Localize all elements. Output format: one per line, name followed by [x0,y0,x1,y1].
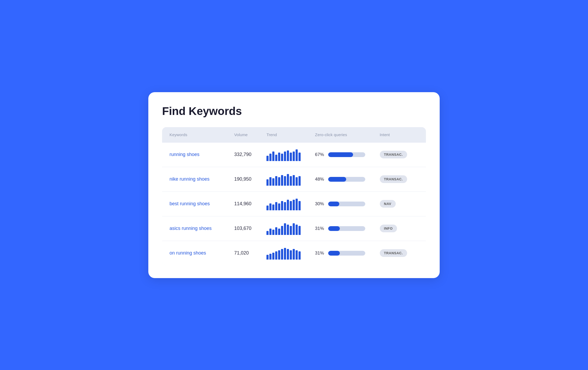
trend-bar [293,249,295,260]
table-row: asics running shoes103,67031%INFO [162,216,426,241]
progress-track [328,177,365,182]
trend-bar [266,206,269,210]
trend-bar [269,254,271,260]
volume-cell: 114,960 [234,201,266,207]
intent-badge: TRANSAC. [380,249,407,257]
trend-bar [287,225,289,235]
trend-bar [299,153,301,161]
trend-bar [266,156,269,161]
table-header: Keywords Volume Trend Zero-click queries… [162,127,426,142]
intent-cell: NAV [380,200,419,208]
zero-click-percent: 67% [315,152,326,157]
intent-cell: TRANSAC. [380,175,419,183]
trend-bar [287,249,289,260]
trend-bar [290,201,292,210]
trend-bar [281,249,283,260]
trend-bar [272,230,274,235]
header-zero-click: Zero-click queries [315,132,380,137]
table-body: running shoes332,79067%TRANSAC.nike runn… [162,142,426,265]
volume-cell: 71,020 [234,250,266,256]
table-row: best running shoes114,96030%NAV [162,192,426,216]
volume-cell: 103,670 [234,226,266,231]
progress-fill [328,152,353,157]
trend-cell [266,173,315,186]
trend-bar [287,174,289,186]
trend-bar [266,255,269,260]
trend-bar [266,179,269,186]
header-volume: Volume [234,132,266,137]
keyword-link[interactable]: best running shoes [170,201,210,206]
progress-track [328,226,365,231]
progress-track [328,202,365,206]
trend-bar [296,177,298,186]
trend-bar [275,202,277,210]
trend-bar [293,223,295,235]
zero-click-cell: 67% [315,152,380,157]
volume-cell: 332,790 [234,152,266,157]
trend-bar [272,253,274,260]
zero-click-cell: 31% [315,251,380,256]
zero-click-percent: 31% [315,226,326,231]
trend-bar [293,175,295,186]
trend-bar [278,153,280,161]
trend-bar [284,202,286,210]
trend-bar [299,251,301,260]
trend-bar [278,229,280,235]
keyword-link[interactable]: asics running shoes [170,226,212,231]
trend-bar [266,231,269,235]
trend-bar [275,176,277,186]
zero-click-cell: 30% [315,201,380,207]
intent-cell: TRANSAC. [380,151,419,158]
trend-bar [272,151,274,161]
trend-cell [266,198,315,210]
zero-click-percent: 31% [315,251,326,256]
trend-bar [287,200,289,210]
main-card: Find Keywords Keywords Volume Trend Zero… [148,92,440,278]
progress-fill [328,177,346,182]
trend-bar [299,176,301,186]
trend-bar [284,176,286,186]
trend-bar [296,250,298,260]
trend-bar [281,226,283,235]
trend-bar [290,176,292,186]
keyword-link[interactable]: nike running shoes [170,176,210,182]
header-intent: Intent [380,132,419,137]
intent-badge: NAV [380,200,396,208]
header-trend: Trend [266,132,315,137]
trend-bar [290,250,292,260]
table-row: on running shoes71,02031%TRANSAC. [162,241,426,265]
trend-bar [290,153,292,161]
trend-cell [266,222,315,235]
trend-bar [284,223,286,235]
trend-bar [281,201,283,210]
keyword-link[interactable]: on running shoes [170,250,206,256]
zero-click-percent: 30% [315,201,326,207]
trend-cell [266,148,315,161]
keyword-link[interactable]: running shoes [170,152,199,157]
intent-cell: INFO [380,225,419,232]
table-row: nike running shoes190,95048%TRANSAC. [162,167,426,192]
intent-cell: TRANSAC. [380,249,419,257]
trend-bar [290,226,292,235]
zero-click-cell: 31% [315,226,380,231]
trend-bar [275,227,277,235]
intent-badge: TRANSAC. [380,175,407,183]
progress-fill [328,251,340,256]
table-row: running shoes332,79067%TRANSAC. [162,142,426,167]
trend-bar [296,199,298,210]
progress-track [328,152,365,157]
volume-cell: 190,950 [234,176,266,182]
trend-bar [269,154,271,161]
progress-fill [328,226,340,231]
trend-bar [278,250,280,260]
trend-bar [269,203,271,210]
trend-cell [266,247,315,260]
trend-bar [284,151,286,161]
trend-bar [299,201,301,210]
trend-bar [269,229,271,235]
trend-bar [284,248,286,260]
zero-click-cell: 48% [315,177,380,182]
trend-bar [275,251,277,260]
intent-badge: INFO [380,225,397,232]
trend-bar [299,226,301,235]
